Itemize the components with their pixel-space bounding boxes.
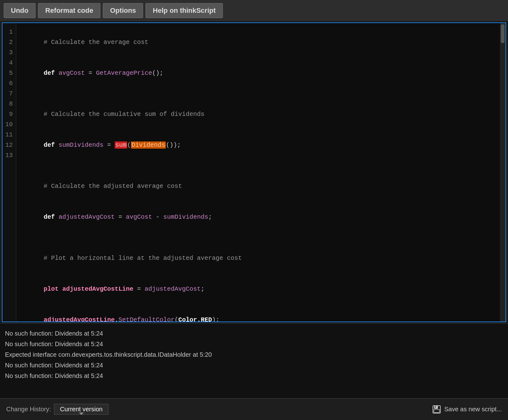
code-line-8: def adjustedAvgCost = avgCost - sumDivid… [21,202,495,232]
line-num-1: 1 [2,27,16,37]
error-line-2: No such function: Dividends at 5:24 [5,339,503,349]
var-sumdividends: sumDividends [59,141,103,149]
scrollbar[interactable] [500,23,506,322]
options-button[interactable]: Options [103,3,143,18]
error-line-1: No such function: Dividends at 5:24 [5,328,503,339]
code-editor: 1 2 3 4 5 6 7 8 9 10 11 12 13 # Calculat… [2,22,506,322]
code-line-12: adjustedAvgCostLine.SetDefaultColor(Colo… [21,304,495,322]
line-num-9: 9 [2,109,16,119]
code-line-5: def sumDividends = sum(Dividends()); [21,130,495,160]
comment-1: # Calculate the average cost [44,39,148,46]
line-num-5: 5 [2,68,16,78]
change-history-label: Change History: [6,406,51,413]
code-line-7: # Calculate the adjusted average cost [21,171,495,202]
code-content[interactable]: # Calculate the average cost def avgCost… [16,23,500,322]
ref-avgcost: avgCost [126,213,152,221]
keyword-def-5: def [44,141,59,149]
reformat-button[interactable]: Reformat code [38,3,100,18]
line-numbers: 1 2 3 4 5 6 7 8 9 10 11 12 13 [2,23,16,322]
line-num-12: 12 [2,140,16,150]
ref-adjustedavgcost: adjustedAvgCost [145,285,201,293]
var-adjustedavgcostline-plot: adjustedAvgCostLine [62,285,133,293]
svg-rect-3 [435,406,436,408]
code-line-9 [21,232,495,243]
line-num-10: 10 [2,119,16,130]
comment-10: # Plot a horizontal line at the adjusted… [44,255,242,262]
undo-button[interactable]: Undo [4,3,36,18]
func-getaverageprice: GetAveragePrice [96,69,152,77]
error-line-4: No such function: Dividends at 5:24 [5,360,503,370]
code-line-11: plot adjustedAvgCostLine = adjustedAvgCo… [21,274,495,304]
keyword-plot: plot [44,285,62,293]
current-version-tab[interactable]: Current version [54,404,108,415]
code-line-2: def avgCost = GetAveragePrice(); [21,58,495,88]
line-num-4: 4 [2,58,16,68]
code-line-10: # Plot a horizontal line at the adjusted… [21,243,495,274]
var-adjustedavgcost: adjustedAvgCost [59,213,115,221]
status-bar: Change History: Current version Save as … [0,398,508,420]
line-num-2: 2 [2,37,16,47]
highlight-sum: sum [115,141,127,149]
keyword-def-2: def [44,69,59,77]
var-line-12: adjustedAvgCostLine [44,316,115,322]
comment-4: # Calculate the cumulative sum of divide… [44,111,204,118]
line-num-11: 11 [2,130,16,140]
toolbar: Undo Reformat code Options Help on think… [0,0,508,21]
scrollbar-thumb[interactable] [501,24,505,43]
help-button[interactable]: Help on thinkScript [146,3,223,18]
code-line-1: # Calculate the average cost [21,27,495,58]
line-num-7: 7 [2,88,16,99]
status-left: Change History: Current version [6,404,108,415]
line-num-13: 13 [2,150,16,160]
error-panel: No such function: Dividends at 5:24 No s… [0,323,508,398]
line-num-8: 8 [2,99,16,109]
code-line-6 [21,160,495,171]
line-num-6: 6 [2,78,16,88]
save-label: Save as new script... [444,406,502,413]
save-as-new-script-button[interactable]: Save as new script... [432,405,502,414]
error-line-5: No such function: Dividends at 5:24 [5,370,503,381]
code-line-3 [21,88,495,99]
ref-sumdividends: sumDividends [163,213,208,221]
method-setdefaultcolor: SetDefaultColor [118,316,175,322]
svg-rect-2 [434,409,439,413]
line-num-3: 3 [2,47,16,58]
comment-7: # Calculate the adjusted average cost [44,183,182,190]
error-line-3: Expected interface com.devexperts.tos.th… [5,349,503,360]
highlight-dividends: Dividends [131,141,166,149]
var-avgcost: avgCost [59,69,85,77]
keyword-def-8: def [44,213,59,221]
save-icon [432,405,441,414]
color-constant: Color.RED [178,316,212,322]
code-line-4: # Calculate the cumulative sum of divide… [21,99,495,130]
